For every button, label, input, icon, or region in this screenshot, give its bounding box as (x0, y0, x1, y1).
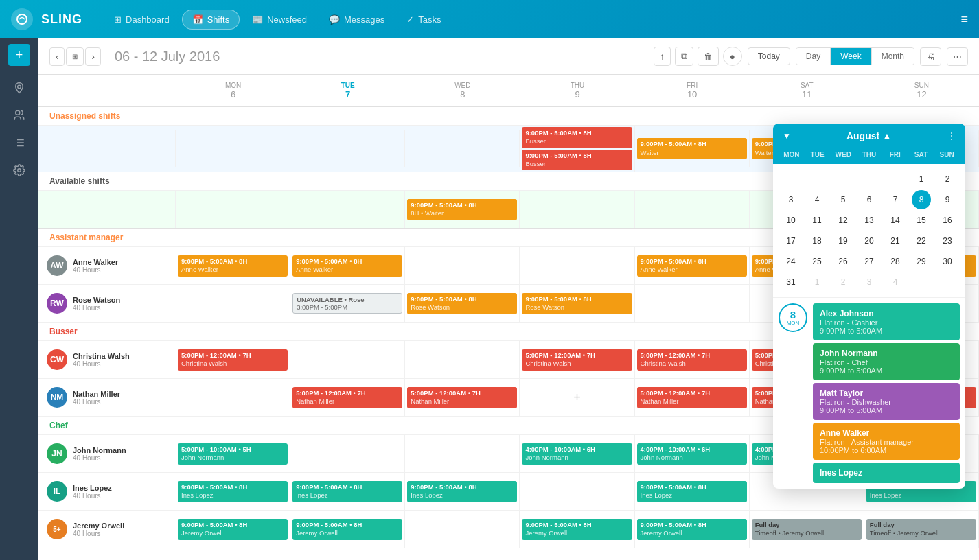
mini-cal-date-today[interactable]: 8 (912, 190, 931, 209)
mini-cal-date[interactable]: 26 (833, 252, 853, 271)
jeremy-thu[interactable]: 9:00PM - 5:00AM • 8H Jeremy Orwell (520, 511, 634, 548)
shift-block[interactable]: Full day Timeoff • Jeremy Orwell (866, 519, 976, 540)
selected-date-circle[interactable]: 8 MON (779, 303, 807, 332)
mini-cal-date[interactable] (781, 170, 801, 189)
mini-cal-date[interactable]: 18 (807, 231, 827, 250)
nathan-fri[interactable]: 5:00PM - 12:00AM • 7H Nathan Miller (635, 379, 750, 416)
mini-cal-date[interactable]: 4 (807, 190, 827, 209)
shift-block[interactable]: 9:00PM - 5:00AM • 8H 8H • Waiter (407, 199, 517, 220)
mini-cal-date[interactable]: 27 (860, 252, 879, 271)
mini-cal-date[interactable]: 12 (833, 211, 853, 230)
shift-block[interactable]: 9:00PM - 5:00AM • 8H Rose Watson (407, 293, 517, 314)
mini-cal-date[interactable]: 2 (833, 272, 853, 292)
mini-cal-date[interactable]: 4 (886, 272, 905, 292)
event-item[interactable]: Anne Walker Flatiron - Assistant manager… (813, 423, 960, 460)
mini-cal-date[interactable]: 23 (938, 231, 957, 250)
anne-mon[interactable]: 9:00PM - 5:00AM • 8H Anne Walker (176, 247, 290, 284)
delete-button[interactable]: 🗑 (698, 47, 719, 66)
unassigned-fri[interactable]: 9:00PM - 5:00AM • 8H Waiter (635, 130, 750, 167)
nathan-tue[interactable]: 5:00PM - 12:00AM • 7H Nathan Miller (290, 379, 405, 416)
rose-tue[interactable]: UNAVAILABLE • Rose 3:00PM - 5:00PM (290, 285, 405, 322)
shift-block[interactable]: Full day Timeoff • Jeremy Orwell (752, 519, 862, 540)
mini-cal-date[interactable] (833, 170, 853, 189)
shift-block[interactable]: 9:00PM - 5:00AM • 8H Rose Watson (522, 293, 632, 314)
christina-mon[interactable]: 5:00PM - 12:00AM • 7H Christina Walsh (176, 341, 290, 378)
print-button[interactable]: 🖨 (920, 47, 941, 66)
mini-cal-date[interactable]: 2 (938, 170, 957, 189)
shift-block[interactable]: 5:00PM - 12:00AM • 7H Christina Walsh (522, 349, 632, 371)
sidebar-settings-icon[interactable] (8, 159, 30, 181)
shift-block[interactable]: 9:00PM - 5:00AM • 8H Jeremy Orwell (637, 519, 747, 540)
mini-cal-date[interactable] (860, 170, 879, 189)
christina-thu[interactable]: 5:00PM - 12:00AM • 7H Christina Walsh (520, 341, 634, 378)
prev-button[interactable]: ‹ (49, 47, 65, 66)
unavailable-block[interactable]: UNAVAILABLE • Rose 3:00PM - 5:00PM (292, 293, 402, 314)
jeremy-sun[interactable]: Full day Timeoff • Jeremy Orwell (864, 511, 979, 548)
shift-block[interactable]: 5:00PM - 12:00AM • 7H Nathan Miller (407, 387, 517, 408)
ines-wed[interactable]: 9:00PM - 5:00AM • 8H Ines Lopez (405, 473, 520, 510)
shift-block[interactable]: 9:00PM - 5:00AM • 8H Anne Walker (637, 255, 747, 277)
mini-cal-date[interactable]: 29 (912, 252, 931, 271)
grid-view-button[interactable]: ⊞ (66, 47, 84, 66)
mini-cal-date[interactable]: 31 (781, 272, 801, 292)
nav-messages[interactable]: 💬 Messages (319, 10, 394, 30)
shift-block[interactable]: 9:00PM - 5:00AM • 8H Jeremy Orwell (522, 519, 632, 540)
event-item[interactable]: John Normann Flatiron - Chef 9:00PM to 5… (813, 343, 960, 380)
shift-block[interactable]: 5:00PM - 12:00AM • 7H Nathan Miller (637, 387, 747, 408)
shift-block[interactable]: 9:00PM - 5:00AM • 8H Busser (522, 127, 632, 148)
shift-block[interactable]: 4:00PM - 10:00AM • 6H John Normann (637, 443, 747, 465)
nathan-thu-add[interactable]: + (520, 379, 634, 416)
ines-tue[interactable]: 9:00PM - 5:00AM • 8H Ines Lopez (290, 473, 405, 510)
anne-fri[interactable]: 9:00PM - 5:00AM • 8H Anne Walker (635, 247, 750, 284)
copy-button[interactable]: ⧉ (675, 47, 693, 66)
sidebar-location-icon[interactable] (8, 77, 30, 99)
sidebar-people-icon[interactable] (8, 104, 30, 126)
shift-block[interactable]: 9:00PM - 5:00AM • 8H Anne Walker (178, 255, 288, 277)
jeremy-mon[interactable]: 9:00PM - 5:00AM • 8H Jeremy Orwell (176, 511, 290, 548)
john-fri[interactable]: 4:00PM - 10:00AM • 6H John Normann (635, 435, 750, 472)
shift-block[interactable]: 9:00PM - 5:00AM • 8H Ines Lopez (178, 481, 288, 502)
avail-wed[interactable]: 9:00PM - 5:00AM • 8H 8H • Waiter (405, 191, 520, 228)
mini-cal-date[interactable]: 16 (938, 211, 957, 230)
today-button[interactable]: Today (748, 47, 790, 65)
shift-block[interactable]: 9:00PM - 5:00AM • 8H Jeremy Orwell (292, 519, 402, 540)
john-thu[interactable]: 4:00PM - 10:00AM • 6H John Normann (520, 435, 634, 472)
rose-thu[interactable]: 9:00PM - 5:00AM • 8H Rose Watson (520, 285, 634, 322)
month-view-button[interactable]: Month (872, 48, 914, 65)
shift-block[interactable]: 9:00PM - 5:00AM • 8H Ines Lopez (637, 481, 747, 502)
ines-fri[interactable]: 9:00PM - 5:00AM • 8H Ines Lopez (635, 473, 750, 510)
mini-cal-date[interactable]: 15 (912, 211, 931, 230)
jeremy-fri[interactable]: 9:00PM - 5:00AM • 8H Jeremy Orwell (635, 511, 750, 548)
shift-block[interactable]: 9:00PM - 5:00AM • 8H Jeremy Orwell (178, 519, 288, 540)
christina-fri[interactable]: 5:00PM - 12:00AM • 7H Christina Walsh (635, 341, 750, 378)
shift-block[interactable]: 9:00PM - 5:00AM • 8H Anne Walker (292, 255, 402, 277)
shift-block[interactable]: 5:00PM - 12:00AM • 7H Christina Walsh (637, 349, 747, 371)
shift-block[interactable]: 5:00PM - 12:00AM • 7H Christina Walsh (178, 349, 288, 371)
filter-icon[interactable]: ▼ (783, 131, 791, 141)
mini-cal-date[interactable]: 3 (781, 190, 801, 209)
mini-cal-date[interactable]: 5 (833, 190, 853, 209)
mini-cal-date[interactable]: 24 (781, 252, 801, 271)
anne-tue[interactable]: 9:00PM - 5:00AM • 8H Anne Walker (290, 247, 405, 284)
mini-cal-date[interactable]: 21 (886, 231, 905, 250)
mini-cal-date[interactable]: 17 (781, 231, 801, 250)
mini-cal-date[interactable]: 28 (886, 252, 905, 271)
shift-block[interactable]: 5:00PM - 10:00AM • 5H John Normann (178, 443, 288, 465)
mini-cal-date[interactable] (886, 170, 905, 189)
mini-cal-date[interactable]: 6 (860, 190, 879, 209)
mini-cal-date[interactable]: 7 (886, 190, 905, 209)
hamburger-menu[interactable]: ≡ (960, 12, 968, 27)
jeremy-sat[interactable]: Full day Timeoff • Jeremy Orwell (750, 511, 864, 548)
mini-cal-date[interactable]: 30 (938, 252, 957, 271)
mini-cal-date[interactable]: 20 (860, 231, 879, 250)
nav-newsfeed[interactable]: 📰 Newsfeed (242, 10, 316, 30)
more-button[interactable]: ⋯ (947, 47, 968, 66)
mini-cal-date[interactable]: 1 (807, 272, 827, 292)
event-item[interactable]: Alex Johnson Flatiron - Cashier 9:00PM t… (813, 303, 960, 340)
mini-cal-date[interactable]: 1 (912, 170, 931, 189)
john-mon[interactable]: 5:00PM - 10:00AM • 5H John Normann (176, 435, 290, 472)
shift-block[interactable]: 4:00PM - 10:00AM • 6H John Normann (522, 443, 632, 465)
next-button[interactable]: › (85, 47, 100, 66)
mini-cal-date[interactable]: 25 (807, 252, 827, 271)
jeremy-tue[interactable]: 9:00PM - 5:00AM • 8H Jeremy Orwell (290, 511, 405, 548)
